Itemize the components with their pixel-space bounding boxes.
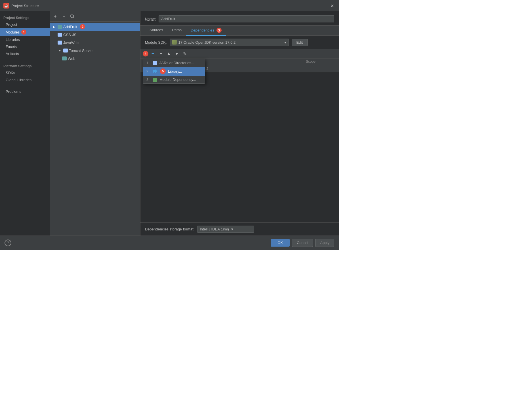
add-dep-button[interactable]: +	[150, 50, 156, 57]
tab-sources[interactable]: Sources	[145, 26, 168, 36]
folder-icon-tomcat	[63, 49, 68, 52]
tree-item-cssjs[interactable]: CSS-JS	[50, 31, 140, 39]
tree-item-tomcat[interactable]: ▼ Tomcat-Servlet	[50, 47, 140, 54]
lib-icon	[153, 69, 157, 73]
move-up-button[interactable]: ▲	[165, 50, 172, 57]
folder-icon-cssjs	[58, 33, 62, 37]
sidebar: Project Settings Project Modules 1 Libra…	[0, 11, 50, 236]
step-5-badge: 5	[160, 68, 166, 74]
sidebar-item-sdks[interactable]: SDKs	[0, 69, 50, 76]
copy-module-button[interactable]	[69, 13, 76, 20]
col-scope-header: Scope	[306, 60, 334, 64]
close-button[interactable]: ✕	[329, 2, 335, 9]
dropdown-item-module-dep[interactable]: 3 Module Dependency...	[143, 76, 205, 83]
sidebar-item-facets[interactable]: Facets	[0, 43, 50, 50]
sidebar-item-problems[interactable]: Problems	[0, 88, 50, 95]
remove-dep-button[interactable]: −	[157, 50, 164, 57]
add-module-button[interactable]: +	[52, 13, 59, 20]
sidebar-separator-2	[0, 83, 50, 88]
sidebar-item-global-libraries[interactable]: Global Libraries	[0, 76, 50, 83]
sidebar-item-artifacts[interactable]: Artifacts	[0, 50, 50, 57]
sdk-row: Module SDK: 17 Oracle OpenJDK version 17…	[140, 36, 339, 49]
add-dep-dropdown: 1 JARs or Directories... 2 5 Library...	[143, 59, 205, 84]
module-tree-panel: + − ▶ AddFruit 2 CSS-JS	[50, 11, 140, 236]
app-icon: ☕	[3, 3, 9, 9]
storage-row: Dependencies storage format: IntelliJ ID…	[140, 222, 339, 236]
title-bar-title: Project Structure	[11, 4, 39, 8]
edit-dep-button[interactable]: ✎	[181, 50, 188, 57]
module-tree-toolbar: + −	[50, 11, 140, 22]
expand-icon: ▶	[52, 24, 56, 29]
module-tree: ▶ AddFruit 2 CSS-JS JavaWeb ▼	[50, 22, 140, 236]
sdk-icon	[172, 40, 177, 45]
storage-label: Dependencies storage format:	[145, 227, 194, 231]
module-dep-icon	[153, 78, 157, 82]
tab-paths[interactable]: Paths	[168, 26, 186, 36]
tree-item-addfruit[interactable]: ▶ AddFruit 2	[50, 23, 140, 31]
sidebar-item-modules[interactable]: Modules 1	[0, 28, 50, 36]
step-4-badge: 4	[143, 51, 148, 56]
dep-table-body: 17 Oracle OpenJDK version 17.0.2	[140, 65, 339, 222]
chevron-down-icon: ▾	[284, 40, 286, 45]
remove-module-button[interactable]: −	[60, 13, 67, 20]
bottom-bar: ? OK Cancel Apply	[0, 236, 339, 250]
dep-toolbar: 4 + − ▲ ▾ ✎ 1 JARs or Directories... 2	[140, 49, 339, 58]
addfruit-badge: 2	[80, 24, 85, 29]
tab-dependencies[interactable]: Dependencies 3	[186, 26, 226, 36]
sdk-select[interactable]: 17 Oracle OpenJDK version 17.0.2 ▾	[170, 39, 289, 46]
tree-item-javaweb[interactable]: JavaWeb	[50, 39, 140, 47]
project-settings-section-title: Project Settings	[0, 14, 50, 21]
edit-sdk-button[interactable]: Edit	[292, 39, 308, 46]
detail-panel: Name: Sources Paths Dependencies 3 Modul…	[140, 11, 339, 236]
cancel-button[interactable]: Cancel	[292, 239, 313, 247]
jar-icon	[153, 61, 157, 65]
name-label: Name:	[145, 17, 156, 21]
storage-format-select[interactable]: IntelliJ IDEA (.iml) ▾	[197, 226, 254, 233]
platform-settings-section-title: Platform Settings	[0, 62, 50, 69]
dropdown-item-jars[interactable]: 1 JARs or Directories...	[143, 59, 205, 67]
name-row: Name:	[140, 11, 339, 26]
apply-button[interactable]: Apply	[315, 239, 334, 247]
dropdown-item-library[interactable]: 2 5 Library...	[143, 67, 205, 76]
title-bar-left: ☕ Project Structure	[3, 3, 39, 9]
title-bar: ☕ Project Structure ✕	[0, 0, 339, 11]
main-layout: Project Settings Project Modules 1 Libra…	[0, 11, 339, 236]
module-folder-icon	[58, 25, 62, 29]
modules-badge: 1	[21, 30, 26, 35]
sidebar-item-project[interactable]: Project	[0, 21, 50, 28]
chevron-down-storage-icon: ▾	[231, 227, 233, 231]
name-input[interactable]	[159, 15, 334, 22]
sidebar-item-libraries[interactable]: Libraries	[0, 36, 50, 43]
expand-tomcat-icon: ▼	[58, 48, 62, 53]
sidebar-separator	[0, 57, 50, 62]
tabs-row: Sources Paths Dependencies 3	[140, 26, 339, 36]
ok-button[interactable]: OK	[271, 239, 290, 247]
dep-badge: 3	[216, 28, 222, 33]
help-button[interactable]: ?	[5, 240, 11, 246]
tree-item-web[interactable]: Web	[50, 54, 140, 62]
module-icon-web	[62, 56, 67, 60]
sdk-label: Module SDK:	[145, 40, 167, 45]
move-down-button[interactable]: ▾	[173, 50, 180, 57]
folder-icon-javaweb	[58, 41, 62, 45]
svg-rect-1	[71, 15, 73, 17]
